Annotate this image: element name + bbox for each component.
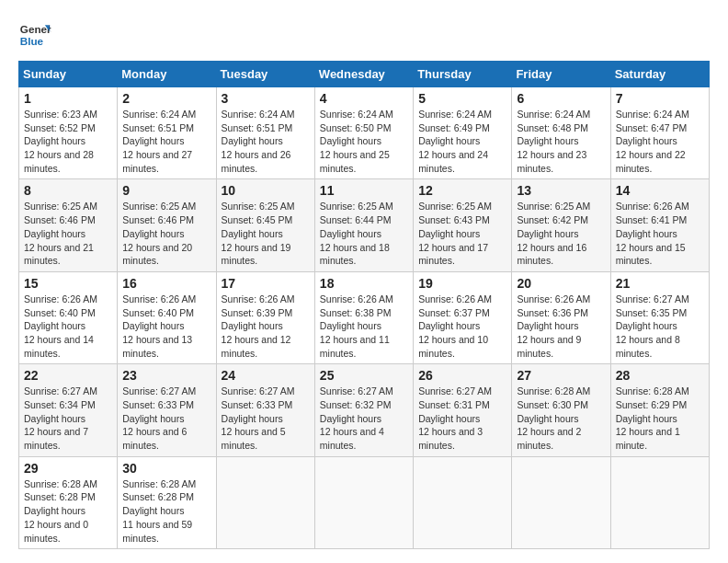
day-number: 12 bbox=[418, 183, 506, 198]
calendar-day-cell: 7Sunrise: 6:24 AMSunset: 6:47 PMDaylight… bbox=[610, 87, 709, 179]
calendar-day-cell: 23Sunrise: 6:27 AMSunset: 6:33 PMDayligh… bbox=[118, 364, 216, 456]
day-number: 21 bbox=[616, 276, 704, 291]
day-info: Sunrise: 6:28 AMSunset: 6:28 PMDaylight … bbox=[24, 477, 112, 545]
logo: General Blue bbox=[18, 18, 51, 52]
calendar-day-cell: 26Sunrise: 6:27 AMSunset: 6:31 PMDayligh… bbox=[414, 364, 512, 456]
day-number: 17 bbox=[222, 276, 310, 291]
calendar-week-row: 8Sunrise: 6:25 AMSunset: 6:46 PMDaylight… bbox=[19, 179, 710, 271]
day-number: 8 bbox=[24, 183, 112, 198]
day-info: Sunrise: 6:24 AMSunset: 6:51 PMDaylight … bbox=[122, 108, 210, 175]
day-number: 19 bbox=[418, 276, 506, 291]
calendar-day-cell: 16Sunrise: 6:26 AMSunset: 6:40 PMDayligh… bbox=[118, 271, 216, 363]
svg-text:General: General bbox=[20, 23, 51, 35]
day-info: Sunrise: 6:25 AMSunset: 6:44 PMDaylight … bbox=[320, 200, 408, 267]
day-number: 24 bbox=[222, 368, 310, 383]
day-number: 3 bbox=[222, 91, 310, 106]
calendar-day-cell: 8Sunrise: 6:25 AMSunset: 6:46 PMDaylight… bbox=[19, 179, 118, 271]
calendar-day-cell: 30Sunrise: 6:28 AMSunset: 6:28 PMDayligh… bbox=[118, 456, 216, 548]
day-number: 2 bbox=[122, 91, 210, 106]
calendar-day-cell: 27Sunrise: 6:28 AMSunset: 6:30 PMDayligh… bbox=[512, 364, 610, 456]
calendar-day-cell: 15Sunrise: 6:26 AMSunset: 6:40 PMDayligh… bbox=[19, 271, 118, 363]
weekday-header-row: SundayMondayTuesdayWednesdayThursdayFrid… bbox=[19, 62, 710, 87]
day-info: Sunrise: 6:26 AMSunset: 6:40 PMDaylight … bbox=[24, 293, 112, 360]
day-info: Sunrise: 6:23 AMSunset: 6:52 PMDaylight … bbox=[24, 108, 112, 175]
day-info: Sunrise: 6:28 AMSunset: 6:29 PMDaylight … bbox=[616, 385, 704, 452]
weekday-header-tuesday: Tuesday bbox=[216, 62, 314, 87]
weekday-header-thursday: Thursday bbox=[414, 62, 512, 87]
day-number: 10 bbox=[222, 183, 310, 198]
day-info: Sunrise: 6:24 AMSunset: 6:47 PMDaylight … bbox=[616, 108, 704, 175]
day-number: 1 bbox=[24, 91, 112, 106]
day-number: 9 bbox=[122, 183, 210, 198]
calendar-week-row: 22Sunrise: 6:27 AMSunset: 6:34 PMDayligh… bbox=[19, 364, 710, 456]
calendar-day-cell: 28Sunrise: 6:28 AMSunset: 6:29 PMDayligh… bbox=[610, 364, 709, 456]
day-number: 4 bbox=[320, 91, 408, 106]
day-number: 29 bbox=[24, 461, 112, 476]
day-number: 26 bbox=[418, 368, 506, 383]
calendar-empty-cell bbox=[216, 456, 314, 548]
calendar-day-cell: 4Sunrise: 6:24 AMSunset: 6:50 PMDaylight… bbox=[314, 87, 413, 179]
day-info: Sunrise: 6:26 AMSunset: 6:41 PMDaylight … bbox=[616, 200, 704, 267]
day-number: 14 bbox=[616, 183, 704, 198]
day-info: Sunrise: 6:26 AMSunset: 6:37 PMDaylight … bbox=[418, 293, 506, 360]
day-info: Sunrise: 6:24 AMSunset: 6:51 PMDaylight … bbox=[222, 108, 310, 175]
day-info: Sunrise: 6:25 AMSunset: 6:42 PMDaylight … bbox=[517, 200, 605, 267]
day-info: Sunrise: 6:25 AMSunset: 6:46 PMDaylight … bbox=[122, 200, 210, 267]
calendar-empty-cell bbox=[512, 456, 610, 548]
calendar-day-cell: 14Sunrise: 6:26 AMSunset: 6:41 PMDayligh… bbox=[610, 179, 709, 271]
day-number: 27 bbox=[517, 368, 605, 383]
calendar-day-cell: 11Sunrise: 6:25 AMSunset: 6:44 PMDayligh… bbox=[314, 179, 413, 271]
day-info: Sunrise: 6:26 AMSunset: 6:40 PMDaylight … bbox=[122, 293, 210, 360]
calendar-day-cell: 9Sunrise: 6:25 AMSunset: 6:46 PMDaylight… bbox=[118, 179, 216, 271]
day-info: Sunrise: 6:27 AMSunset: 6:32 PMDaylight … bbox=[320, 385, 408, 452]
weekday-header-monday: Monday bbox=[118, 62, 216, 87]
calendar-empty-cell bbox=[314, 456, 413, 548]
calendar-day-cell: 20Sunrise: 6:26 AMSunset: 6:36 PMDayligh… bbox=[512, 271, 610, 363]
calendar-week-row: 29Sunrise: 6:28 AMSunset: 6:28 PMDayligh… bbox=[19, 456, 710, 548]
day-info: Sunrise: 6:28 AMSunset: 6:30 PMDaylight … bbox=[517, 385, 605, 452]
calendar-empty-cell bbox=[414, 456, 512, 548]
calendar-day-cell: 18Sunrise: 6:26 AMSunset: 6:38 PMDayligh… bbox=[314, 271, 413, 363]
calendar-day-cell: 2Sunrise: 6:24 AMSunset: 6:51 PMDaylight… bbox=[118, 87, 216, 179]
day-number: 5 bbox=[418, 91, 506, 106]
calendar-day-cell: 17Sunrise: 6:26 AMSunset: 6:39 PMDayligh… bbox=[216, 271, 314, 363]
day-info: Sunrise: 6:27 AMSunset: 6:33 PMDaylight … bbox=[122, 385, 210, 452]
day-info: Sunrise: 6:27 AMSunset: 6:34 PMDaylight … bbox=[24, 385, 112, 452]
calendar-day-cell: 19Sunrise: 6:26 AMSunset: 6:37 PMDayligh… bbox=[414, 271, 512, 363]
calendar-day-cell: 6Sunrise: 6:24 AMSunset: 6:48 PMDaylight… bbox=[512, 87, 610, 179]
calendar-week-row: 15Sunrise: 6:26 AMSunset: 6:40 PMDayligh… bbox=[19, 271, 710, 363]
calendar-day-cell: 21Sunrise: 6:27 AMSunset: 6:35 PMDayligh… bbox=[610, 271, 709, 363]
day-number: 18 bbox=[320, 276, 408, 291]
calendar-week-row: 1Sunrise: 6:23 AMSunset: 6:52 PMDaylight… bbox=[19, 87, 710, 179]
day-info: Sunrise: 6:27 AMSunset: 6:33 PMDaylight … bbox=[222, 385, 310, 452]
day-number: 30 bbox=[122, 461, 210, 476]
calendar-day-cell: 13Sunrise: 6:25 AMSunset: 6:42 PMDayligh… bbox=[512, 179, 610, 271]
logo-icon: General Blue bbox=[18, 18, 51, 52]
day-number: 13 bbox=[517, 183, 605, 198]
calendar-day-cell: 12Sunrise: 6:25 AMSunset: 6:43 PMDayligh… bbox=[414, 179, 512, 271]
day-number: 6 bbox=[517, 91, 605, 106]
calendar-empty-cell bbox=[610, 456, 709, 548]
page-header: General Blue bbox=[18, 18, 710, 52]
day-number: 20 bbox=[517, 276, 605, 291]
day-info: Sunrise: 6:28 AMSunset: 6:28 PMDaylight … bbox=[122, 477, 210, 545]
day-info: Sunrise: 6:27 AMSunset: 6:35 PMDaylight … bbox=[616, 293, 704, 360]
weekday-header-wednesday: Wednesday bbox=[314, 62, 413, 87]
day-info: Sunrise: 6:26 AMSunset: 6:36 PMDaylight … bbox=[517, 293, 605, 360]
calendar-day-cell: 24Sunrise: 6:27 AMSunset: 6:33 PMDayligh… bbox=[216, 364, 314, 456]
day-number: 22 bbox=[24, 368, 112, 383]
weekday-header-sunday: Sunday bbox=[19, 62, 118, 87]
day-number: 23 bbox=[122, 368, 210, 383]
svg-text:Blue: Blue bbox=[20, 35, 44, 47]
calendar-day-cell: 22Sunrise: 6:27 AMSunset: 6:34 PMDayligh… bbox=[19, 364, 118, 456]
day-number: 25 bbox=[320, 368, 408, 383]
weekday-header-friday: Friday bbox=[512, 62, 610, 87]
calendar-day-cell: 1Sunrise: 6:23 AMSunset: 6:52 PMDaylight… bbox=[19, 87, 118, 179]
calendar-day-cell: 10Sunrise: 6:25 AMSunset: 6:45 PMDayligh… bbox=[216, 179, 314, 271]
calendar-day-cell: 5Sunrise: 6:24 AMSunset: 6:49 PMDaylight… bbox=[414, 87, 512, 179]
calendar-day-cell: 25Sunrise: 6:27 AMSunset: 6:32 PMDayligh… bbox=[314, 364, 413, 456]
day-number: 28 bbox=[616, 368, 704, 383]
day-number: 7 bbox=[616, 91, 704, 106]
weekday-header-saturday: Saturday bbox=[610, 62, 709, 87]
day-number: 15 bbox=[24, 276, 112, 291]
